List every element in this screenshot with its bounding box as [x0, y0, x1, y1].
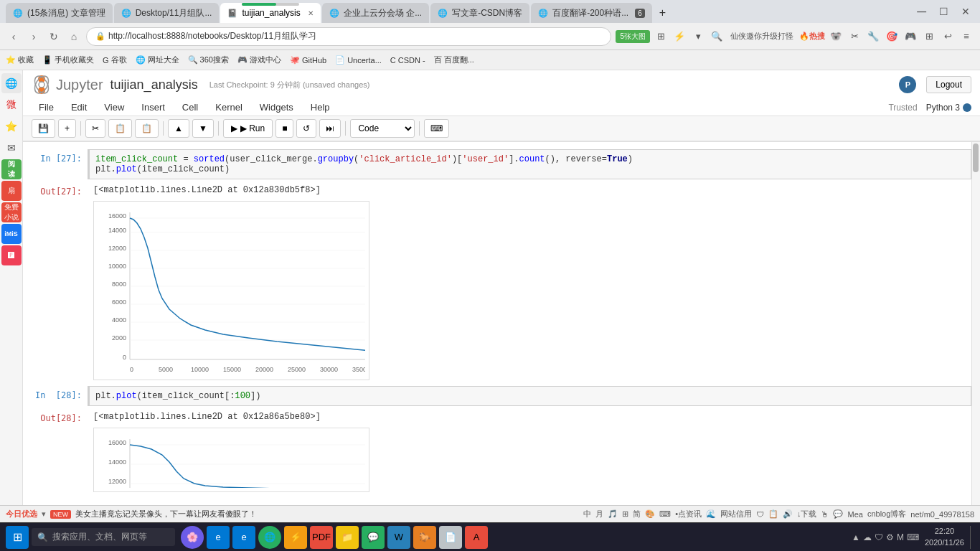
sidebar-icon-iread[interactable]: iMiS — [1, 224, 22, 244]
bookmark-google[interactable]: G 谷歌 — [103, 55, 127, 65]
five-images-badge[interactable]: 5张大图 — [616, 30, 650, 43]
tab-enterprise[interactable]: 🌐 企业上云分会场 企... — [322, 3, 429, 23]
cell-27-input: In [27]: item_click_count = sorted(user_… — [23, 149, 971, 179]
bookmark-360[interactable]: 🔍 360搜索 — [188, 55, 229, 65]
restart-button[interactable]: ↺ — [296, 119, 316, 138]
taskbar-clock[interactable]: 22:20 2020/11/26 — [925, 526, 964, 548]
bookmark-github[interactable]: 🐙 GitHub — [290, 55, 326, 65]
menu-icon[interactable]: ≡ — [958, 29, 974, 44]
sidebar-icon-star[interactable]: ⭐ — [1, 116, 22, 136]
code-cell-28[interactable]: plt.plot(item_click_count[:100]) — [88, 386, 971, 406]
undo-icon[interactable]: ↩ — [940, 29, 956, 44]
taskbar-app-flower[interactable]: 🌸 — [181, 526, 204, 549]
hot-badge[interactable]: 🔥热搜 — [799, 31, 825, 42]
bookmark-games[interactable]: 🎮 游戏中心 — [237, 55, 281, 65]
reload-button[interactable]: ↻ — [46, 29, 62, 44]
taskbar-app-word[interactable]: W — [387, 526, 410, 549]
sidebar-icon-news[interactable]: 扇 — [1, 181, 22, 201]
taskbar-app-folder[interactable]: 📁 — [336, 526, 359, 549]
addon-icon1[interactable]: 🔧 — [865, 29, 881, 44]
menu-kernel[interactable]: Kernel — [208, 99, 250, 116]
browser-toolbar-right: 5张大图 ⊞ ⚡ ▾ 🔍 仙侠邀你升级打怪 🔥热搜 🐨 ✂ 🔧 🎯 🎮 ⊞ ↩ … — [616, 29, 974, 44]
save-button[interactable]: 💾 — [32, 119, 55, 138]
bookmark-baidu[interactable]: 百 百度翻... — [434, 55, 474, 65]
logout-button[interactable]: Logout — [926, 76, 971, 93]
keyboard-button[interactable]: ⌨ — [424, 119, 449, 138]
addon-icon2[interactable]: 🎯 — [884, 29, 900, 44]
addon-icon3[interactable]: 🎮 — [903, 29, 918, 44]
bookmark-uncerta[interactable]: 📄 Uncerta... — [335, 55, 382, 65]
minimize-button[interactable]: ─ — [913, 4, 930, 19]
scissors-icon[interactable]: ✂ — [847, 29, 862, 44]
upgrade-text[interactable]: 仙侠邀你升级打怪 — [727, 29, 796, 43]
start-button[interactable]: ⊞ — [6, 526, 29, 549]
taskbar-app-jupyter[interactable]: 🐎 — [413, 526, 436, 549]
tab-jupyter[interactable]: 📓 tuijian_analysis ✕ — [220, 3, 320, 23]
sidebar-icon-weibo[interactable]: 微 — [1, 95, 22, 115]
tab-close-3[interactable]: ✕ — [308, 9, 314, 17]
fast-forward-button[interactable]: ⏭ — [319, 119, 341, 138]
cell-type-select[interactable]: Code Markdown Raw — [350, 119, 415, 138]
tab-messages[interactable]: 🌐 (15条消息) 文章管理 — [6, 3, 113, 23]
tab-desktop[interactable]: 🌐 Desktop/11月组队... — [114, 3, 220, 23]
menu-edit[interactable]: Edit — [64, 99, 94, 116]
extensions-icon[interactable]: ⊞ — [653, 29, 669, 44]
bookmark-csdn[interactable]: C CSDN - — [390, 56, 425, 65]
sidebar-icon-reading[interactable]: 阅读 — [1, 159, 22, 179]
scrollbar-area[interactable] — [971, 142, 980, 505]
tab-label-3: tuijian_analysis — [242, 8, 300, 18]
toolbar-sep-1 — [80, 121, 81, 136]
taskbar-app-green[interactable]: 🌐 — [258, 526, 281, 549]
new-tab-button[interactable]: + — [654, 3, 672, 23]
tab-translate[interactable]: 🌐 百度翻译-200种语... 6 — [531, 3, 652, 23]
menu-widgets[interactable]: Widgets — [253, 99, 301, 116]
tab-badge-6: 6 — [635, 9, 645, 18]
taskbar-app-wechat[interactable]: 💬 — [362, 526, 385, 549]
code-cell-27[interactable]: item_click_count = sorted(user_click_mer… — [88, 149, 971, 179]
forward-button[interactable]: › — [26, 29, 42, 44]
bookmark-favorites[interactable]: ⭐ 收藏 — [6, 55, 34, 65]
back-button[interactable]: ‹ — [6, 29, 22, 44]
sidebar-icon-email[interactable]: ✉ — [1, 138, 22, 158]
search-icon[interactable]: 🔍 — [709, 29, 725, 44]
show-desktop-button[interactable] — [970, 526, 974, 549]
url-bar[interactable]: 🔒 http://localhost:8888/notebooks/Deskto… — [86, 27, 611, 46]
bookmark-urlnav[interactable]: 🌐 网址大全 — [136, 55, 179, 65]
move-up-button[interactable]: ▲ — [168, 119, 189, 138]
menu-view[interactable]: View — [97, 99, 131, 116]
arrow-icon[interactable]: ▾ — [690, 29, 706, 44]
close-button[interactable]: ✕ — [957, 6, 974, 17]
sidebar-icon-browser[interactable]: 🌐 — [1, 73, 22, 93]
bookmark-mobile[interactable]: 📱 手机收藏夹 — [42, 55, 94, 65]
maximize-button[interactable]: ☐ — [935, 6, 953, 17]
stop-button[interactable]: ■ — [275, 119, 293, 138]
taskbar-app-pdf[interactable]: PDF — [310, 526, 333, 549]
taskbar-app-acrobat[interactable]: A — [465, 526, 488, 549]
run-button[interactable]: ▶ ▶ Run — [223, 119, 273, 138]
notebook-name[interactable]: tuijian_analysis — [110, 77, 198, 93]
taskbar-search[interactable]: 🔍 搜索应用、文档、网页等 — [32, 528, 175, 546]
sidebar-icon-pocket[interactable]: 🅿 — [1, 245, 22, 265]
menu-cell[interactable]: Cell — [175, 99, 205, 116]
sidebar-icon-novel[interactable]: 免费小说 — [1, 202, 22, 222]
taskbar-app-yellow[interactable]: ⚡ — [284, 526, 307, 549]
menu-insert[interactable]: Insert — [134, 99, 172, 116]
taskbar-app-edge[interactable]: e — [207, 526, 230, 549]
scrollbar-thumb[interactable] — [973, 143, 979, 172]
paste-button[interactable]: 📋 — [135, 119, 159, 138]
menu-file[interactable]: File — [32, 99, 61, 116]
move-down-button[interactable]: ▼ — [192, 119, 214, 138]
grid-icon[interactable]: ⊞ — [921, 29, 937, 44]
jupyter-title-row: Jupyter tuijian_analysis Last Checkpoint… — [23, 70, 980, 99]
tab-csdn[interactable]: 🌐 写文章-CSDN博客 — [430, 3, 529, 23]
browser-frame: 🌐 (15条消息) 文章管理 🌐 Desktop/11月组队... 📓 tuij… — [0, 0, 980, 551]
home-button[interactable]: ⌂ — [66, 29, 82, 44]
taskbar-app-ie[interactable]: e — [232, 526, 255, 549]
lightning-icon[interactable]: ⚡ — [672, 29, 687, 44]
cut-button[interactable]: ✂ — [85, 119, 105, 138]
add-cell-button[interactable]: + — [58, 119, 76, 138]
taskbar-app-doc[interactable]: 📄 — [439, 526, 462, 549]
copy-button[interactable]: 📋 — [108, 119, 132, 138]
menu-help[interactable]: Help — [303, 99, 337, 116]
kaola-icon[interactable]: 🐨 — [828, 29, 844, 44]
